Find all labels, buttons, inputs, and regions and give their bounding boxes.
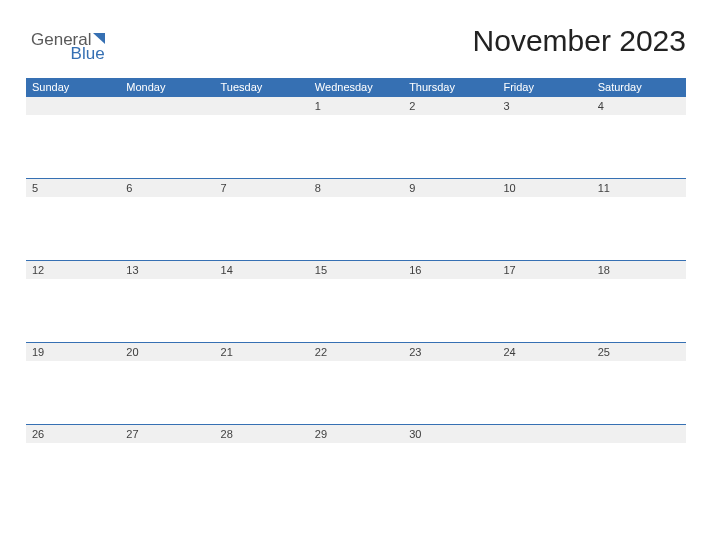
day-cell: 22 — [309, 343, 403, 424]
day-cell: 7 — [215, 179, 309, 260]
weekday-header: Wednesday — [309, 78, 403, 96]
week-row: 12 13 14 15 16 17 18 — [26, 260, 686, 342]
day-cell: 8 — [309, 179, 403, 260]
day-cell: 20 — [120, 343, 214, 424]
day-cell: 15 — [309, 261, 403, 342]
day-cell: 29 — [309, 425, 403, 506]
day-cell: 27 — [120, 425, 214, 506]
day-cell: 18 — [592, 261, 686, 342]
week-header: Sunday Monday Tuesday Wednesday Thursday… — [26, 78, 686, 96]
day-cell: 10 — [497, 179, 591, 260]
day-cell: 30 — [403, 425, 497, 506]
weekday-header: Tuesday — [215, 78, 309, 96]
day-cell: 12 — [26, 261, 120, 342]
logo-word-2: Blue — [71, 44, 105, 64]
day-cell: 28 — [215, 425, 309, 506]
weekday-header: Saturday — [592, 78, 686, 96]
calendar: Sunday Monday Tuesday Wednesday Thursday… — [26, 78, 686, 506]
day-cell: 24 — [497, 343, 591, 424]
day-cell — [26, 97, 120, 178]
day-cell: 2 — [403, 97, 497, 178]
day-cell: 16 — [403, 261, 497, 342]
day-cell: 3 — [497, 97, 591, 178]
day-cell — [215, 97, 309, 178]
month-title: November 2023 — [473, 24, 686, 58]
day-cell: 19 — [26, 343, 120, 424]
weekday-header: Friday — [497, 78, 591, 96]
weekday-header: Thursday — [403, 78, 497, 96]
day-cell: 23 — [403, 343, 497, 424]
day-cell: 6 — [120, 179, 214, 260]
weekday-header: Monday — [120, 78, 214, 96]
day-cell: 26 — [26, 425, 120, 506]
day-cell: 21 — [215, 343, 309, 424]
day-cell: 11 — [592, 179, 686, 260]
day-cell — [120, 97, 214, 178]
day-cell — [592, 425, 686, 506]
day-cell — [497, 425, 591, 506]
day-cell: 1 — [309, 97, 403, 178]
day-cell: 13 — [120, 261, 214, 342]
weekday-header: Sunday — [26, 78, 120, 96]
day-cell: 9 — [403, 179, 497, 260]
week-row: 1 2 3 4 — [26, 96, 686, 178]
week-row: 26 27 28 29 30 — [26, 424, 686, 506]
day-cell: 25 — [592, 343, 686, 424]
day-cell: 4 — [592, 97, 686, 178]
day-cell: 17 — [497, 261, 591, 342]
week-row: 5 6 7 8 9 10 11 — [26, 178, 686, 260]
day-cell: 14 — [215, 261, 309, 342]
day-cell: 5 — [26, 179, 120, 260]
week-row: 19 20 21 22 23 24 25 — [26, 342, 686, 424]
